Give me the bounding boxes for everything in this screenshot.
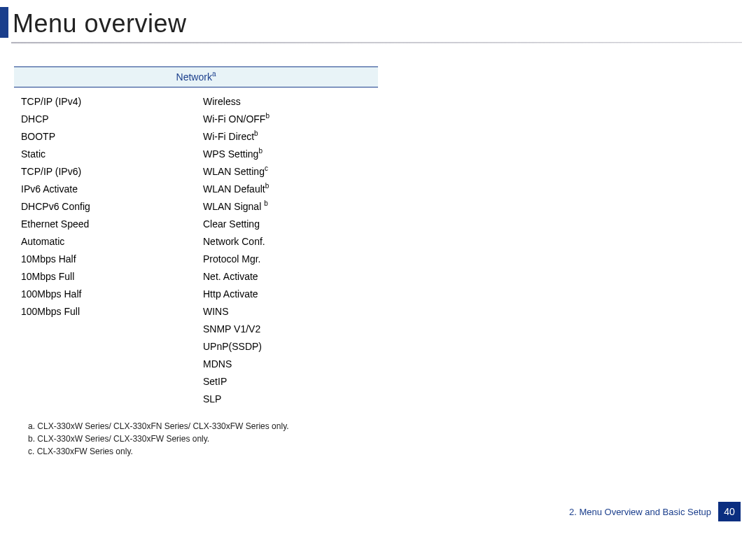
- menu-item-label: SLP: [203, 393, 221, 405]
- menu-item: 100Mbps Full: [21, 304, 189, 319]
- footnote-line: c. CLX-330xFW Series only.: [28, 445, 378, 458]
- menu-item-sup: c: [265, 164, 268, 172]
- menu-item-label: Net. Activate: [203, 271, 258, 282]
- menu-item: Http Activate: [203, 286, 371, 302]
- menu-item: 10Mbps Half: [21, 251, 189, 267]
- menu-item-label: Clear Setting: [203, 218, 260, 230]
- menu-item: SLP: [203, 391, 371, 407]
- menu-item-label: TCP/IP (IPv4): [21, 96, 81, 107]
- menu-item: 100Mbps Half: [21, 286, 189, 302]
- table-header-label: Network: [176, 71, 212, 83]
- menu-item: Wireless: [203, 94, 371, 109]
- footnote-line: a. CLX-330xW Series/ CLX-330xFN Series/ …: [28, 420, 378, 433]
- menu-item: WLAN Defaultb: [203, 181, 371, 197]
- menu-item: WLAN Signal b: [203, 199, 371, 214]
- menu-item: TCP/IP (IPv6): [21, 164, 189, 179]
- menu-item-label: Ethernet Speed: [21, 218, 89, 230]
- menu-item-label: Http Activate: [203, 288, 258, 300]
- menu-item: DHCP: [21, 111, 189, 127]
- menu-item-label: 100Mbps Half: [21, 288, 81, 300]
- page-footer: 2. Menu Overview and Basic Setup 40: [569, 502, 741, 521]
- menu-item-sup: b: [265, 182, 270, 190]
- menu-item: WLAN Settingc: [203, 164, 371, 179]
- menu-item: Network Conf.: [203, 234, 371, 249]
- menu-item-label: DHCP: [21, 113, 49, 125]
- menu-item: Wi-Fi Directb: [203, 129, 371, 144]
- footnote-line: b. CLX-330xW Series/ CLX-330xFW Series o…: [28, 433, 378, 445]
- menu-item-label: SNMP V1/V2: [203, 323, 260, 335]
- menu-item: 10Mbps Full: [21, 269, 189, 284]
- menu-col-left: TCP/IP (IPv4)DHCPBOOTPStaticTCP/IP (IPv6…: [14, 87, 196, 414]
- title-accent: [0, 7, 8, 38]
- menu-item: DHCPv6 Config: [21, 199, 189, 214]
- menu-item: SNMP V1/V2: [203, 321, 371, 337]
- menu-item-label: 100Mbps Full: [21, 306, 80, 317]
- menu-item-label: DHCPv6 Config: [21, 201, 90, 212]
- menu-item: WPS Settingb: [203, 146, 371, 162]
- menu-item-label: Automatic: [21, 236, 64, 247]
- menu-item-label: Wireless: [203, 96, 241, 107]
- menu-item-label: Wi-Fi Direct: [203, 131, 254, 142]
- menu-item: Protocol Mgr.: [203, 251, 371, 267]
- title-rule: [11, 42, 742, 44]
- page-title: Menu overview: [8, 11, 187, 38]
- table-header-cell: Networka: [14, 67, 378, 87]
- title-bar: Menu overview: [0, 0, 756, 38]
- menu-item-sup: b: [254, 129, 258, 137]
- menu-item: Clear Setting: [203, 216, 371, 232]
- menu-item: WINS: [203, 304, 371, 319]
- menu-item-label: 10Mbps Half: [21, 253, 76, 265]
- menu-item-label: TCP/IP (IPv6): [21, 166, 81, 177]
- menu-item-label: Protocol Mgr.: [203, 253, 260, 265]
- menu-item-label: BOOTP: [21, 131, 55, 142]
- menu-item-sup: b: [265, 112, 270, 120]
- menu-item-sup: b: [258, 147, 262, 155]
- menu-item: IPv6 Activate: [21, 181, 189, 197]
- menu-item-label: WINS: [203, 306, 229, 317]
- footnotes: a. CLX-330xW Series/ CLX-330xFN Series/ …: [28, 420, 378, 458]
- table-header-sup: a: [212, 70, 216, 78]
- menu-item: MDNS: [203, 356, 371, 372]
- menu-col-right: WirelessWi-Fi ON/OFFbWi-Fi DirectbWPS Se…: [196, 87, 378, 414]
- menu-item-label: WLAN Default: [203, 183, 265, 195]
- menu-item-label: Network Conf.: [203, 236, 265, 247]
- menu-item: SetIP: [203, 374, 371, 389]
- menu-item-label: WLAN Setting: [203, 166, 265, 177]
- menu-item: BOOTP: [21, 129, 189, 144]
- menu-item-label: 10Mbps Full: [21, 271, 74, 282]
- menu-item: TCP/IP (IPv4): [21, 94, 189, 109]
- menu-item: Net. Activate: [203, 269, 371, 284]
- menu-item-label: Static: [21, 148, 46, 160]
- footer-page-number: 40: [718, 502, 741, 521]
- menu-item-label: WPS Setting: [203, 148, 258, 160]
- menu-item-label: UPnP(SSDP): [203, 341, 262, 352]
- menu-item: Ethernet Speed: [21, 216, 189, 232]
- menu-item: Wi-Fi ON/OFFb: [203, 111, 371, 127]
- menu-item-sup: b: [264, 199, 268, 207]
- menu-item-label: SetIP: [203, 376, 227, 387]
- menu-item: UPnP(SSDP): [203, 339, 371, 354]
- menu-item-label: WLAN Signal: [203, 201, 264, 212]
- menu-table-wrap: Networka TCP/IP (IPv4)DHCPBOOTPStaticTCP…: [14, 66, 378, 458]
- menu-item: Automatic: [21, 234, 189, 249]
- menu-item-label: MDNS: [203, 358, 232, 370]
- menu-item-label: Wi-Fi ON/OFF: [203, 113, 265, 125]
- menu-item-label: IPv6 Activate: [21, 183, 78, 195]
- menu-item: Static: [21, 146, 189, 162]
- footer-chapter: 2. Menu Overview and Basic Setup: [569, 507, 711, 517]
- menu-table: Networka TCP/IP (IPv4)DHCPBOOTPStaticTCP…: [14, 66, 378, 413]
